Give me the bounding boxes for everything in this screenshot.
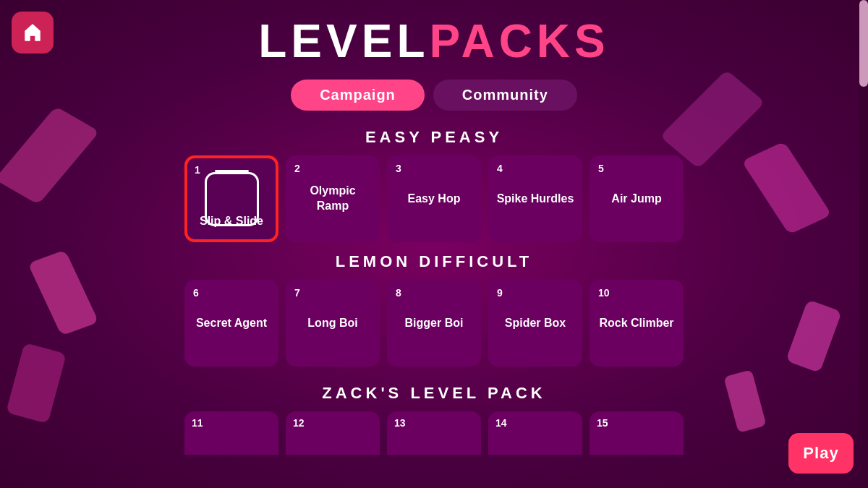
card-icon-line [215, 170, 249, 172]
scrollbar[interactable] [859, 0, 868, 488]
lemon-difficult-grid: 6 Secret Agent 7 Long Boi 8 Bigger Boi 9… [184, 280, 684, 367]
level-card-10[interactable]: 10 Rock Climber [590, 280, 684, 367]
zack-pack-grid: 11 12 13 14 15 [184, 411, 684, 455]
level-8-name: Bigger Boi [399, 316, 469, 331]
scrollbar-thumb[interactable] [859, 0, 868, 87]
level-card-2[interactable]: 2 Olympic Ramp [286, 155, 380, 242]
level-card-7[interactable]: 7 Long Boi [286, 280, 380, 367]
level-card-6[interactable]: 6 Secret Agent [184, 280, 278, 367]
level-card-11[interactable]: 11 [184, 411, 278, 455]
level-card-4[interactable]: 4 Spike Hurdles [488, 155, 582, 242]
level-5-name: Air Jump [605, 192, 667, 207]
level-7-name: Long Boi [302, 316, 363, 331]
tab-campaign[interactable]: Campaign [291, 80, 425, 111]
easy-peasy-grid: 1 Slip & Slide 2 Olympic Ramp [184, 155, 684, 242]
home-button[interactable] [12, 12, 54, 53]
play-button[interactable]: Play [788, 433, 854, 474]
level-4-name: Spike Hurdles [491, 192, 580, 207]
section-title-zack: ZACK'S LEVEL PACK [322, 384, 545, 403]
level-10-name: Rock Climber [593, 316, 679, 331]
level-card-8[interactable]: 8 Bigger Boi [387, 280, 481, 367]
level-card-12[interactable]: 12 [286, 411, 380, 455]
section-lemon-difficult: LEMON DIFFICULT 6 Secret Agent 7 Long Bo… [0, 252, 868, 372]
level-card-9[interactable]: 9 Spider Box [488, 280, 582, 367]
tab-bar: Campaign Community [291, 80, 577, 111]
level-card-5[interactable]: 5 Air Jump [590, 155, 684, 242]
section-zack-pack: ZACK'S LEVEL PACK 11 12 13 14 15 [0, 384, 868, 455]
level-6-name: Secret Agent [190, 316, 273, 331]
page-title: LEVEL PACKS [258, 14, 610, 80]
level-card-13[interactable]: 13 [387, 411, 481, 455]
level-card-1[interactable]: 1 Slip & Slide [184, 155, 278, 242]
section-easy-peasy: EASY PEASY 1 Slip & Slide 2 [0, 128, 868, 248]
level-3-name: Easy Hop [402, 192, 467, 207]
section-title-lemon: LEMON DIFFICULT [336, 252, 533, 271]
level-card-14[interactable]: 14 [488, 411, 582, 455]
tab-community[interactable]: Community [433, 80, 577, 111]
home-icon [22, 22, 43, 43]
level-card-3[interactable]: 3 Easy Hop [387, 155, 481, 242]
level-9-name: Spider Box [499, 316, 571, 331]
level-2-name: Olympic Ramp [287, 184, 378, 214]
level-card-15[interactable]: 15 [590, 411, 684, 455]
level-1-name: Slip & Slide [194, 214, 269, 229]
section-title-easy-peasy: EASY PEASY [365, 128, 503, 147]
